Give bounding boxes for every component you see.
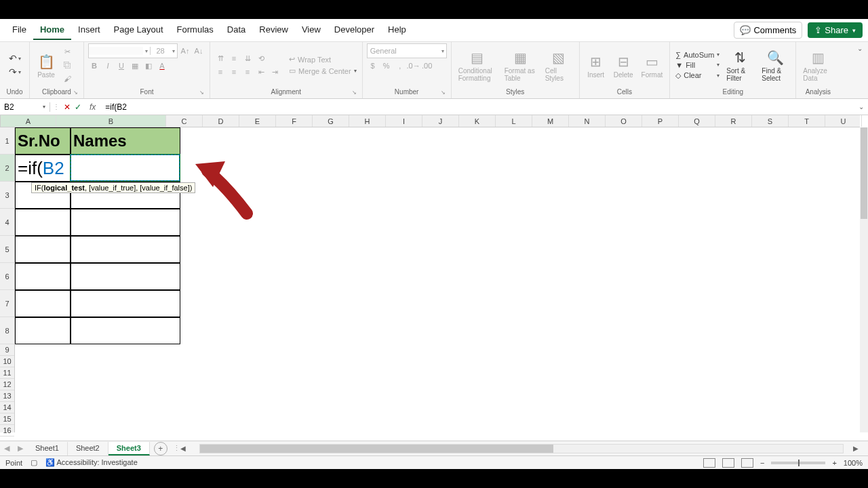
comma-format-button[interactable]: ,: [394, 60, 406, 72]
col-header-H[interactable]: H: [349, 115, 386, 127]
underline-button[interactable]: U: [115, 60, 127, 72]
tab-review[interactable]: Review: [252, 20, 295, 40]
find-select-button[interactable]: 🔍Find & Select: [759, 47, 791, 83]
cell-A8[interactable]: [15, 317, 71, 344]
zoom-level[interactable]: 100%: [844, 459, 863, 467]
cell-A7[interactable]: [15, 290, 71, 317]
col-header-K[interactable]: K: [459, 115, 496, 127]
insert-cells-button[interactable]: ⊞Insert: [584, 51, 608, 80]
fill-color-button[interactable]: ◧: [142, 60, 155, 72]
increase-font-button[interactable]: A↑: [179, 45, 191, 57]
cell-B7[interactable]: [71, 290, 180, 317]
insert-function-button[interactable]: fx: [85, 102, 100, 112]
col-header-I[interactable]: I: [386, 115, 422, 127]
bold-button[interactable]: B: [88, 60, 100, 72]
col-header-B[interactable]: B: [56, 115, 166, 127]
tab-formulas[interactable]: Formulas: [170, 20, 220, 40]
col-header-U[interactable]: U: [825, 115, 862, 127]
sheet-nav-next[interactable]: ▶: [14, 444, 27, 453]
decrease-decimal-button[interactable]: .00: [421, 60, 433, 72]
font-color-button[interactable]: A: [156, 60, 168, 72]
sheet-tab-sheet2[interactable]: Sheet2: [68, 442, 108, 455]
tab-data[interactable]: Data: [220, 20, 252, 40]
undo-button[interactable]: ↶▾: [9, 53, 21, 64]
increase-decimal-button[interactable]: .0→: [408, 60, 420, 72]
row-header-11[interactable]: 11: [0, 367, 14, 379]
name-box[interactable]: B2▾: [0, 102, 50, 112]
indent-dec-button[interactable]: ⇤: [255, 66, 267, 78]
tab-home[interactable]: Home: [33, 20, 71, 40]
cancel-formula-button[interactable]: ✕: [64, 102, 71, 112]
col-header-Q[interactable]: Q: [679, 115, 715, 127]
accounting-format-button[interactable]: $: [367, 60, 379, 72]
row-header-15[interactable]: 15: [0, 413, 14, 425]
col-header-S[interactable]: S: [752, 115, 789, 127]
row-header-14[interactable]: 14: [0, 402, 14, 413]
align-top-button[interactable]: ⇈: [214, 52, 226, 64]
col-header-E[interactable]: E: [239, 115, 276, 127]
alignment-launcher[interactable]: ↘: [352, 89, 357, 96]
cell-A1[interactable]: Sr.No: [15, 127, 71, 155]
copy-button[interactable]: ⿻: [61, 59, 73, 71]
redo-button[interactable]: ↷▾: [9, 66, 21, 77]
col-header-C[interactable]: C: [166, 115, 203, 127]
enter-formula-button[interactable]: ✓: [75, 102, 81, 112]
collapse-ribbon-button[interactable]: ⌄: [852, 42, 868, 98]
align-center-button[interactable]: ≡: [228, 66, 240, 78]
accessibility-status[interactable]: ♿ Accessibility: Investigate: [45, 458, 138, 467]
view-page-break-button[interactable]: [741, 458, 753, 468]
row-header-1[interactable]: 1: [0, 127, 14, 155]
col-header-L[interactable]: L: [496, 115, 532, 127]
paste-button[interactable]: 📋 Paste: [34, 51, 58, 80]
sheet-nav-prev[interactable]: ◀: [0, 444, 14, 453]
col-header-F[interactable]: F: [276, 115, 313, 127]
hscroll-left[interactable]: ◀: [180, 445, 190, 452]
macro-record-icon[interactable]: ▢: [31, 458, 37, 467]
font-launcher[interactable]: ↘: [199, 89, 204, 96]
cell-A2[interactable]: =if(B2: [15, 155, 71, 182]
col-header-A[interactable]: A: [1, 115, 56, 127]
row-header-8[interactable]: 8: [0, 317, 14, 344]
spreadsheet-grid[interactable]: ABCDEFGHIJKLMNOPQRSTU 123456789101112131…: [0, 115, 868, 441]
cell-A6[interactable]: [15, 263, 71, 290]
align-right-button[interactable]: ≡: [241, 66, 254, 78]
number-launcher[interactable]: ↘: [441, 89, 446, 96]
number-format-dropdown[interactable]: General▾: [367, 43, 447, 58]
cell-B1[interactable]: Names: [71, 127, 180, 155]
col-header-M[interactable]: M: [532, 115, 569, 127]
format-painter-button[interactable]: 🖌: [61, 73, 73, 85]
col-header-D[interactable]: D: [203, 115, 239, 127]
font-size-value[interactable]: 28: [150, 47, 170, 55]
row-header-9[interactable]: 9: [0, 344, 14, 356]
cell-B5[interactable]: [71, 236, 180, 263]
zoom-in-button[interactable]: +: [832, 459, 836, 467]
col-header-J[interactable]: J: [422, 115, 459, 127]
col-header-N[interactable]: N: [569, 115, 606, 127]
orientation-button[interactable]: ⟲: [255, 52, 267, 64]
autosum-button[interactable]: ∑AutoSum▾: [674, 50, 721, 60]
tab-page-layout[interactable]: Page Layout: [107, 20, 170, 40]
indent-inc-button[interactable]: ⇥: [269, 66, 281, 78]
col-header-P[interactable]: P: [642, 115, 679, 127]
delete-cells-button[interactable]: ⊟Delete: [611, 51, 636, 80]
vertical-scrollbar[interactable]: [860, 127, 868, 432]
row-header-3[interactable]: 3: [0, 182, 14, 209]
align-middle-button[interactable]: ≡: [228, 52, 240, 64]
zoom-slider[interactable]: [771, 462, 825, 464]
conditional-formatting-button[interactable]: ▤Conditional Formatting: [456, 47, 499, 83]
analyze-data-button[interactable]: ▥Analyze Data: [800, 47, 835, 83]
row-header-13[interactable]: 13: [0, 390, 14, 402]
tab-view[interactable]: View: [295, 20, 328, 40]
row-header-4[interactable]: 4: [0, 209, 14, 236]
clear-button[interactable]: ◇Clear▾: [674, 70, 721, 81]
cell-B2[interactable]: [71, 155, 180, 182]
sheet-tab-sheet1[interactable]: Sheet1: [27, 442, 68, 455]
expand-formula-bar-button[interactable]: ⌄: [854, 103, 868, 110]
sort-filter-button[interactable]: ⇅Sort & Filter: [724, 47, 756, 83]
row-header-10[interactable]: 10: [0, 356, 14, 367]
tab-insert[interactable]: Insert: [71, 20, 107, 40]
view-page-layout-button[interactable]: [722, 458, 734, 468]
merge-center-button[interactable]: ▭Merge & Center▾: [288, 66, 358, 76]
tab-file[interactable]: File: [5, 20, 33, 40]
row-header-2[interactable]: 2: [0, 155, 14, 182]
